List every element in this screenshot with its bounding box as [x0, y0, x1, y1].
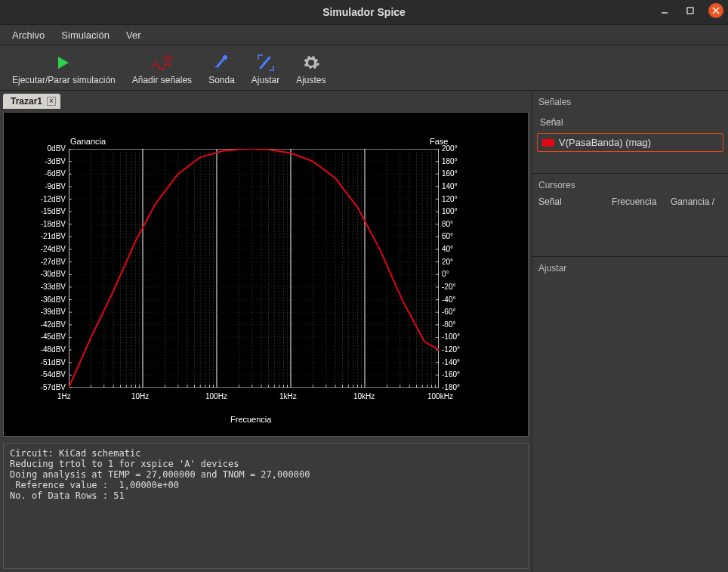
probe-button[interactable]: Sonda: [204, 52, 239, 87]
y-right-tick-label: -180°: [442, 383, 460, 391]
console-output: Circuit: KiCad schematic Reducing trtol …: [3, 443, 529, 569]
y-right-tick-label: 160°: [442, 169, 458, 178]
window-title: Simulador Spice: [0, 6, 728, 18]
y-right-tick-label: -80°: [442, 320, 455, 329]
minimize-icon: [660, 6, 669, 15]
signals-panel: Señales Señal V(PasaBanda) (mag): [532, 91, 728, 174]
y-left-tick-label: -3dBV: [35, 157, 66, 165]
gain-axis-title: Ganancia: [70, 137, 106, 146]
y-right-tick-label: -140°: [442, 358, 460, 366]
svg-rect-1: [687, 8, 693, 14]
bode-plot: [69, 149, 439, 388]
y-left-tick-label: -27dBV: [35, 258, 66, 266]
tune-panel-title: Ajustar: [537, 260, 723, 277]
y-right-tick-label: -40°: [442, 295, 455, 304]
svg-line-8: [214, 67, 217, 70]
y-left-tick-label: -54dBV: [35, 370, 66, 379]
y-right-tick-label: -160°: [442, 370, 460, 379]
signal-color-swatch: [542, 139, 554, 147]
settings-label: Ajustes: [296, 75, 325, 85]
y-right-tick-label: 100°: [442, 207, 458, 215]
y-left-tick-label: -33dBV: [35, 283, 66, 291]
y-right-tick-label: 40°: [442, 245, 453, 253]
main-area: Trazar1 × Ganancia Fase Frecuencia 0dBV-…: [0, 91, 728, 572]
cursor-col-signal: Señal: [538, 196, 606, 207]
signal-icon: V(t): [151, 54, 172, 72]
y-right-tick-label: 180°: [442, 157, 458, 165]
signal-item-label: V(PasaBanda) (mag): [559, 137, 651, 148]
y-right-tick-label: 0°: [442, 270, 449, 278]
y-left-tick-label: -21dBV: [35, 232, 66, 240]
y-left-tick-label: -45dBV: [35, 332, 66, 341]
y-right-tick-label: 140°: [442, 182, 458, 190]
plot-tabstrip: Trazar1 ×: [0, 91, 532, 109]
fit-icon: [255, 54, 276, 72]
x-tick-label: 100kHz: [427, 392, 453, 400]
close-button[interactable]: [708, 3, 723, 18]
y-left-tick-label: -15dBV: [35, 207, 66, 215]
window-titlebar: Simulador Spice: [0, 0, 728, 24]
plot-panel[interactable]: Ganancia Fase Frecuencia 0dBV-3dBV-6dBV-…: [3, 112, 529, 437]
y-right-tick-label: -20°: [442, 283, 455, 291]
y-left-tick-label: -42dBV: [35, 320, 66, 329]
x-axis-title: Frecuencia: [230, 415, 271, 424]
menu-bar: Archivo Simulación Ver: [0, 24, 728, 45]
x-tick-label: 10Hz: [131, 392, 149, 400]
cursor-column-headers: Señal Frecuencia Ganancia /: [537, 193, 723, 210]
y-right-tick-label: -60°: [442, 308, 455, 316]
cursors-panel-title: Cursores: [537, 177, 723, 193]
run-label: Ejecutar/Parar simulación: [12, 75, 116, 85]
plot-tab-1[interactable]: Trazar1 ×: [3, 94, 60, 109]
gear-icon: [301, 54, 322, 72]
svg-text:V(t): V(t): [162, 54, 172, 62]
y-left-tick-label: -36dBV: [35, 295, 66, 304]
y-left-tick-label: -6dBV: [35, 169, 66, 178]
y-right-tick-label: 200°: [442, 144, 458, 153]
right-sidebar: Señales Señal V(PasaBanda) (mag) Cursore…: [532, 91, 728, 572]
play-icon: [53, 54, 74, 72]
close-icon: [711, 6, 720, 15]
y-left-tick-label: -9dBV: [35, 182, 66, 190]
svg-point-7: [223, 55, 227, 60]
window-controls: [657, 3, 723, 18]
run-button[interactable]: Ejecutar/Parar simulación: [8, 52, 120, 87]
minimize-button[interactable]: [657, 3, 672, 18]
add-signals-button[interactable]: V(t) Añadir señales: [128, 52, 196, 87]
probe-label: Sonda: [208, 75, 235, 85]
tab-close-icon[interactable]: ×: [47, 97, 56, 106]
cursor-col-frequency: Frecuencia: [612, 196, 665, 207]
y-left-tick-label: -12dBV: [35, 195, 66, 203]
y-right-tick-label: 120°: [442, 195, 458, 203]
y-right-tick-label: 80°: [442, 220, 453, 228]
x-tick-label: 1Hz: [57, 392, 71, 400]
signal-list-item[interactable]: V(PasaBanda) (mag): [537, 133, 723, 152]
fit-button[interactable]: Ajustar: [247, 52, 284, 87]
svg-line-9: [261, 57, 270, 68]
y-right-tick-label: -120°: [442, 345, 460, 354]
fit-label: Ajustar: [251, 75, 279, 85]
cursors-panel: Cursores Señal Frecuencia Ganancia /: [532, 174, 728, 257]
y-left-tick-label: -57dBV: [35, 383, 66, 391]
toolbar: Ejecutar/Parar simulación V(t) Añadir se…: [0, 45, 728, 91]
plot-tab-label: Trazar1: [11, 96, 42, 107]
y-left-tick-label: -48dBV: [35, 345, 66, 354]
cursor-col-gain: Ganancia /: [671, 196, 722, 207]
probe-icon: [211, 54, 232, 72]
x-tick-label: 1kHz: [279, 392, 297, 400]
maximize-icon: [686, 6, 695, 15]
settings-button[interactable]: Ajustes: [292, 52, 330, 87]
menu-ver[interactable]: Ver: [120, 27, 147, 43]
y-left-tick-label: -18dBV: [35, 220, 66, 228]
y-left-tick-label: -30dBV: [35, 270, 66, 278]
x-tick-label: 10kHz: [353, 392, 375, 400]
maximize-button[interactable]: [683, 3, 698, 18]
y-right-tick-label: 20°: [442, 258, 453, 266]
signals-panel-title: Señales: [537, 94, 723, 110]
menu-archivo[interactable]: Archivo: [6, 27, 51, 43]
signals-column-header: Señal: [537, 115, 723, 130]
menu-simulacion[interactable]: Simulación: [55, 27, 116, 43]
y-right-tick-label: -100°: [442, 332, 460, 341]
y-right-tick-label: 60°: [442, 232, 453, 240]
x-tick-label: 100Hz: [205, 392, 227, 400]
add-signals-label: Añadir señales: [132, 75, 192, 85]
